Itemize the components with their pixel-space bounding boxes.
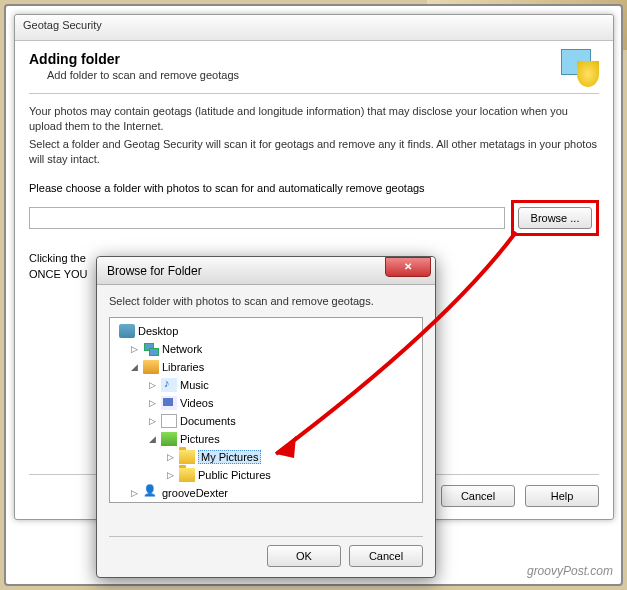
tree-label: grooveDexter xyxy=(162,487,228,499)
tree-item-pictures[interactable]: ◢ Pictures xyxy=(112,430,420,448)
tree-item-libraries[interactable]: ◢ Libraries xyxy=(112,358,420,376)
expand-arrow-icon[interactable]: ▷ xyxy=(164,452,176,462)
browse-titlebar[interactable]: Browse for Folder ✕ xyxy=(97,257,435,285)
tree-label: Pictures xyxy=(180,433,220,445)
info-text: Your photos may contain geotags (latitud… xyxy=(29,104,599,168)
tree-label: Libraries xyxy=(162,361,204,373)
choose-folder-label: Please choose a folder with photos to sc… xyxy=(29,182,599,194)
tree-item-documents[interactable]: ▷ Documents xyxy=(112,412,420,430)
browse-button[interactable]: Browse ... xyxy=(518,207,592,229)
ok-button[interactable]: OK xyxy=(267,545,341,567)
folder-path-input[interactable] xyxy=(29,207,505,229)
folder-icon xyxy=(179,450,195,464)
tree-label: Network xyxy=(162,343,202,355)
collapse-arrow-icon[interactable]: ◢ xyxy=(128,362,140,372)
tree-label: Music xyxy=(180,379,209,391)
tree-item-my-pictures[interactable]: ▷ My Pictures xyxy=(112,448,420,466)
divider xyxy=(29,93,599,94)
collapse-arrow-icon[interactable]: ◢ xyxy=(146,434,158,444)
tree-item-videos[interactable]: ▷ Videos xyxy=(112,394,420,412)
main-title: Geotag Security xyxy=(23,19,102,31)
tree-item-groovedexter[interactable]: ▷ grooveDexter xyxy=(112,484,420,502)
expand-arrow-icon[interactable]: ▷ xyxy=(146,416,158,426)
tree-item-public-pictures[interactable]: ▷ Public Pictures xyxy=(112,466,420,484)
shield-photo-icon xyxy=(561,49,599,87)
browse-instruction: Select folder with photos to scan and re… xyxy=(109,295,423,307)
browse-highlight: Browse ... xyxy=(511,200,599,236)
libraries-icon xyxy=(143,360,159,374)
help-button[interactable]: Help xyxy=(525,485,599,507)
tree-label: Public Pictures xyxy=(198,469,271,481)
expand-arrow-icon[interactable]: ▷ xyxy=(146,398,158,408)
watermark: groovyPost.com xyxy=(527,564,613,578)
music-icon xyxy=(161,378,177,392)
tree-item-network[interactable]: ▷ Network xyxy=(112,340,420,358)
desktop-icon xyxy=(119,324,135,338)
tree-item-desktop[interactable]: Desktop xyxy=(112,322,420,340)
info-line-1: Your photos may contain geotags (latitud… xyxy=(29,104,599,135)
expand-arrow-icon[interactable]: ▷ xyxy=(128,488,140,498)
network-icon xyxy=(143,342,159,356)
videos-icon xyxy=(161,396,177,410)
expand-arrow-icon[interactable]: ▷ xyxy=(146,380,158,390)
folder-icon xyxy=(179,468,195,482)
screenshot-frame: Geotag Security Adding folder Add folder… xyxy=(4,4,623,586)
page-subheading: Add folder to scan and remove geotags xyxy=(47,69,239,81)
folder-tree[interactable]: Desktop ▷ Network ◢ Libraries ▷ Music xyxy=(109,317,423,503)
main-body: Adding folder Add folder to scan and rem… xyxy=(15,41,613,292)
dialog-cancel-button[interactable]: Cancel xyxy=(349,545,423,567)
documents-icon xyxy=(161,414,177,428)
tree-label: Desktop xyxy=(138,325,178,337)
pictures-icon xyxy=(161,432,177,446)
expand-arrow-icon[interactable]: ▷ xyxy=(164,470,176,480)
tree-label-selected: My Pictures xyxy=(198,450,261,464)
cancel-button[interactable]: Cancel xyxy=(441,485,515,507)
page-heading: Adding folder xyxy=(29,51,239,67)
close-button[interactable]: ✕ xyxy=(385,257,431,277)
close-icon: ✕ xyxy=(404,261,412,272)
expand-arrow-icon[interactable]: ▷ xyxy=(128,344,140,354)
main-titlebar[interactable]: Geotag Security xyxy=(15,15,613,41)
browse-title: Browse for Folder xyxy=(107,264,202,278)
info-line-2: Select a folder and Geotag Security will… xyxy=(29,137,599,168)
tree-label: Documents xyxy=(180,415,236,427)
tree-label: Videos xyxy=(180,397,213,409)
browse-folder-dialog: Browse for Folder ✕ Select folder with p… xyxy=(96,256,436,578)
tree-item-homegroup[interactable]: ▷ Homegroup xyxy=(112,502,420,503)
dialog-divider xyxy=(109,536,423,537)
user-folder-icon xyxy=(143,486,159,500)
tree-item-music[interactable]: ▷ Music xyxy=(112,376,420,394)
